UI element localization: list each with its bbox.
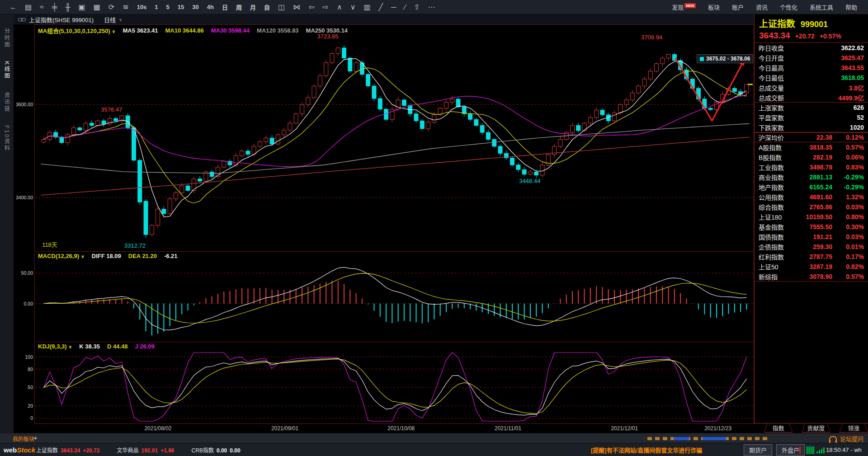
quote-row-label: 企债指数: [759, 242, 784, 251]
quote-row-7[interactable]: 平盘家数52: [755, 113, 868, 122]
menu-item-6[interactable]: 帮助: [845, 3, 857, 11]
ticker-value: 3643.34: [61, 447, 80, 454]
quote-row-14[interactable]: 地产指数6165.24-0.29%: [755, 182, 868, 192]
period-button-6[interactable]: 日: [222, 3, 228, 11]
quote-row-12[interactable]: 工业指数3498.780.83%: [755, 162, 868, 172]
split-screen-icon[interactable]: ◫: [278, 0, 285, 14]
candlestick-chart-icon[interactable]: ╫: [65, 0, 70, 14]
period-button-9[interactable]: 自: [264, 3, 270, 11]
add-tab-button[interactable]: +: [33, 434, 38, 442]
period-button-7[interactable]: 周: [236, 3, 242, 11]
quote-row-11[interactable]: B股指数282.190.06%: [755, 152, 868, 162]
forum-link[interactable]: 论坛提问: [829, 434, 863, 443]
quote-row-8[interactable]: 下跌家数1020: [755, 122, 868, 132]
quote-row-18[interactable]: 基金指数7555.500.30%: [755, 222, 868, 232]
sidebar-item-1[interactable]: K线图: [3, 61, 11, 80]
chart-window-icon[interactable]: ▣: [79, 0, 85, 14]
indicator-overlay-icon[interactable]: ≋: [123, 0, 128, 14]
period-button-5[interactable]: 4h: [207, 4, 214, 10]
menu-item-2[interactable]: 账户: [732, 3, 744, 11]
quote-row-16[interactable]: 综合指数2765.860.03%: [755, 202, 868, 212]
ma-group-label[interactable]: MA组合(5,10,30,0,120,250): [38, 28, 110, 34]
period-button-3[interactable]: 15: [178, 4, 184, 10]
quote-row-mid-value: 191.21: [784, 233, 834, 240]
panel-tab-0[interactable]: 指数: [764, 423, 793, 432]
quote-row-20[interactable]: 企债指数259.300.01%: [755, 242, 868, 252]
chevron-down-icon[interactable]: ∨: [81, 254, 85, 259]
toolbar-icons-left: ←▤≈╪╫▣▦⟳≋: [5, 0, 133, 14]
account-button-0[interactable]: 期货户: [744, 444, 772, 456]
panel-tab-2[interactable]: 领涨: [840, 423, 868, 432]
macd-chart[interactable]: [34, 251, 754, 342]
kline-chart[interactable]: 3723.853708.943576.473448.443312.72118天: [34, 24, 754, 251]
line-chart-icon[interactable]: ≈: [40, 0, 44, 14]
quote-row-23[interactable]: 新综指3078.900.57%: [755, 272, 868, 282]
link-icon[interactable]: [18, 18, 26, 22]
quote-row-5[interactable]: 总成交额4499.9亿: [755, 93, 868, 103]
more-tools-icon[interactable]: ⋯: [428, 0, 435, 14]
period-button-1[interactable]: 1: [155, 4, 158, 10]
page-right-icon[interactable]: ⇨: [323, 0, 329, 14]
quote-row-10[interactable]: A股指数3818.350.57%: [755, 142, 868, 152]
menu-item-1[interactable]: 板块: [708, 3, 720, 11]
quote-row-2[interactable]: 今日最高3643.55: [755, 63, 868, 73]
chevron-down-icon[interactable]: ∨: [68, 344, 72, 349]
panel-tab-1[interactable]: 贡献度: [802, 423, 830, 432]
compress-icon[interactable]: ⋈: [293, 0, 300, 14]
chevron-down-icon[interactable]: ∨: [112, 29, 115, 34]
page-left-icon[interactable]: ⇦: [308, 0, 314, 14]
quote-list-icon[interactable]: ▤: [25, 0, 32, 14]
quote-row-1[interactable]: 今日开盘3625.47: [755, 53, 868, 63]
quote-row-label: 工业指数: [759, 163, 784, 172]
period-button-2[interactable]: 5: [166, 4, 170, 10]
zoom-out-icon[interactable]: ∨: [350, 0, 356, 14]
sidebar-item-3[interactable]: F10资料: [3, 125, 11, 152]
chevron-down-icon[interactable]: ∨: [119, 17, 122, 22]
back-icon[interactable]: ←: [9, 0, 17, 14]
period-button-8[interactable]: 月: [250, 3, 256, 11]
menu-item-4[interactable]: 个性化: [780, 3, 797, 11]
quote-row-label: 上涨家数: [759, 103, 784, 112]
quote-row-4[interactable]: 总成交量3.8亿: [755, 83, 868, 93]
quote-row-3[interactable]: 今日最低3618.05: [755, 73, 868, 83]
status-bar: webStock 上证指数3643.34+20.72文华商品192.01+1.8…: [0, 443, 868, 456]
menu-item-5[interactable]: 系统工具: [810, 3, 833, 11]
pencil-tool-icon[interactable]: ∕: [404, 0, 406, 14]
quote-row-17[interactable]: 上证18010159.500.80%: [755, 212, 868, 222]
save-icon[interactable]: ▦: [94, 0, 100, 14]
period-button-4[interactable]: 30: [192, 4, 198, 10]
quote-row-label: 今日最高: [759, 63, 784, 72]
quote-row-6[interactable]: 上涨家数626: [755, 103, 868, 113]
kdj-indicator-label[interactable]: KDJ(9,3,3): [38, 343, 67, 350]
zoom-in-icon[interactable]: ∧: [337, 0, 342, 14]
logo-stock: Stock: [17, 446, 35, 454]
kdj-chart[interactable]: [34, 342, 754, 424]
period-button-0[interactable]: 10s: [137, 4, 147, 10]
quote-row-0[interactable]: 昨日收盘3622.62: [755, 43, 868, 53]
ticker-value: 0.00: [217, 447, 227, 454]
indicator-value-0: DIFF 18.09: [92, 253, 121, 259]
quote-row-21[interactable]: 红利指数2787.750.17%: [755, 252, 868, 262]
market-grid-icon[interactable]: [806, 447, 814, 454]
quote-row-mid-value: 282.19: [782, 154, 834, 161]
period-selector[interactable]: 日线: [104, 15, 116, 24]
refresh-icon[interactable]: ⟳: [108, 0, 114, 14]
quote-row-15[interactable]: 公用指数4691.601.32%: [755, 192, 868, 202]
quote-row-label: 基金指数: [759, 222, 784, 231]
horizontal-line-tool-icon[interactable]: ─: [391, 0, 396, 14]
quote-row-19[interactable]: 国债指数191.210.03%: [755, 232, 868, 242]
macd-indicator-label[interactable]: MACD(12,26,9): [38, 253, 79, 259]
quote-row-value: 0.06%: [834, 154, 864, 161]
menu-item-3[interactable]: 资讯: [756, 3, 768, 11]
quote-row-9[interactable]: 沪深均价22.380.12%: [755, 132, 868, 142]
quote-row-13[interactable]: 商业指数2891.13-0.29%: [755, 172, 868, 182]
grid-layout-icon[interactable]: ▥: [363, 0, 370, 14]
diagonal-line-tool-icon[interactable]: ╱: [379, 0, 383, 14]
logo-web: web: [4, 446, 17, 454]
sidebar-item-0[interactable]: 分时图: [3, 28, 11, 48]
menu-item-0[interactable]: 发现NEW: [672, 3, 696, 11]
arrow-tool-icon[interactable]: ⇧: [414, 0, 420, 14]
sidebar-item-2[interactable]: 资讯链: [3, 92, 11, 113]
quote-row-22[interactable]: 上证503287.190.82%: [755, 262, 868, 272]
tick-chart-icon[interactable]: ╪: [52, 0, 57, 14]
